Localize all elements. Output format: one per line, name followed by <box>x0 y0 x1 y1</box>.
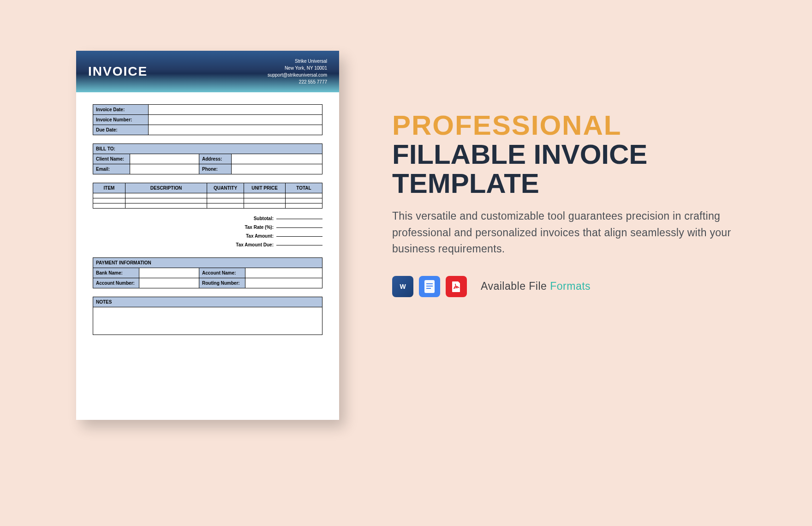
notes-table: NOTES <box>93 297 322 335</box>
invoice-preview: INVOICE Strike Universal New York, NY 10… <box>76 51 339 420</box>
invoice-date-value[interactable] <box>149 105 322 115</box>
invoice-header: INVOICE Strike Universal New York, NY 10… <box>76 51 339 92</box>
items-table: ITEM DESCRIPTION QUANTITY UNIT PRICE TOT… <box>93 183 322 209</box>
client-name-label: Client Name: <box>93 154 130 164</box>
phone-value[interactable] <box>232 164 322 174</box>
invoice-title: INVOICE <box>88 64 148 79</box>
payment-info-table: PAYMENT INFORMATION Bank Name: Account N… <box>93 257 322 288</box>
email-value[interactable] <box>130 164 199 174</box>
formats-label: Available File Formats <box>481 280 591 293</box>
promo-title-rest: FILLABLE INVOICE TEMPLATE <box>392 140 734 198</box>
phone-label: Phone: <box>199 164 232 174</box>
promo-title: PROFESSIONAL FILLABLE INVOICE TEMPLATE <box>392 111 734 198</box>
due-date-label: Due Date: <box>93 125 149 135</box>
svg-rect-3 <box>426 288 431 289</box>
tax-amount-value[interactable] <box>276 236 322 237</box>
account-number-label: Account Number: <box>93 278 139 288</box>
invoice-meta-table: Invoice Date: Invoice Number: Due Date: <box>93 104 322 135</box>
invoice-number-value[interactable] <box>149 115 322 125</box>
table-row[interactable] <box>93 198 322 203</box>
table-row[interactable] <box>93 203 322 209</box>
svg-rect-2 <box>426 286 433 287</box>
subtotal-label: Subtotal: <box>254 216 274 221</box>
pdf-icon <box>446 276 467 297</box>
notes-value[interactable] <box>93 307 322 335</box>
email-label: Email: <box>93 164 130 174</box>
formats-label-a: Available File <box>481 280 550 292</box>
company-address: New York, NY 10001 <box>268 65 327 72</box>
tax-amount-label: Tax Amount: <box>246 233 274 239</box>
invoice-date-label: Invoice Date: <box>93 105 149 115</box>
promo-description: This versatile and customizable tool gua… <box>392 208 734 257</box>
word-icon: W <box>392 276 413 297</box>
totals-block: Subtotal: Tax Rate (%): Tax Amount: Tax … <box>93 214 322 249</box>
promo-title-accent: PROFESSIONAL <box>392 111 734 140</box>
routing-number-value[interactable] <box>245 278 322 288</box>
due-date-value[interactable] <box>149 125 322 135</box>
account-name-label: Account Name: <box>199 268 245 278</box>
item-header: ITEM <box>93 183 125 193</box>
client-name-value[interactable] <box>130 154 199 164</box>
bank-name-label: Bank Name: <box>93 268 139 278</box>
quantity-header: QUANTITY <box>207 183 244 193</box>
company-name: Strike Universal <box>268 58 327 65</box>
google-docs-icon <box>419 276 440 297</box>
tax-rate-value[interactable] <box>276 227 322 228</box>
tax-rate-label: Tax Rate (%): <box>245 225 274 230</box>
promo-block: PROFESSIONAL FILLABLE INVOICE TEMPLATE T… <box>392 111 734 297</box>
invoice-company: Strike Universal New York, NY 10001 supp… <box>268 58 327 85</box>
account-name-value[interactable] <box>245 268 322 278</box>
invoice-number-label: Invoice Number: <box>93 115 149 125</box>
payment-info-header: PAYMENT INFORMATION <box>93 258 322 268</box>
company-email: support@strikeuniversal.com <box>268 72 327 78</box>
address-label: Address: <box>199 154 232 164</box>
bill-to-header: BILL TO: <box>93 144 322 154</box>
notes-header: NOTES <box>93 297 322 307</box>
formats-row: W Available File Formats <box>392 276 734 297</box>
invoice-body: Invoice Date: Invoice Number: Due Date: … <box>76 92 339 344</box>
bank-name-value[interactable] <box>139 268 199 278</box>
description-header: DESCRIPTION <box>125 183 207 193</box>
amount-due-value[interactable] <box>276 245 322 245</box>
total-header: TOTAL <box>286 183 322 193</box>
subtotal-value[interactable] <box>276 219 322 219</box>
table-row[interactable] <box>93 193 322 198</box>
formats-label-b: Formats <box>550 280 591 292</box>
svg-rect-1 <box>426 283 433 284</box>
company-phone: 222 555 7777 <box>268 78 327 85</box>
address-value[interactable] <box>232 154 322 164</box>
routing-number-label: Routing Number: <box>199 278 245 288</box>
bill-to-table: BILL TO: Client Name: Address: Email: Ph… <box>93 143 322 174</box>
unit-price-header: UNIT PRICE <box>244 183 286 193</box>
account-number-value[interactable] <box>139 278 199 288</box>
amount-due-label: Tax Amount Due: <box>236 242 274 247</box>
